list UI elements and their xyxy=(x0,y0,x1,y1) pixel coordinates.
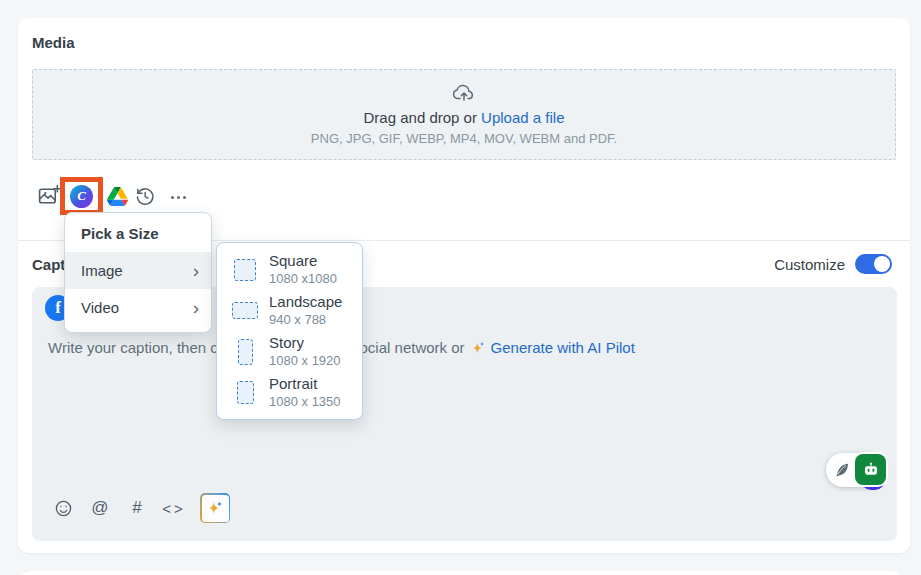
more-options-button[interactable] xyxy=(166,193,190,201)
generate-ai-pilot-link[interactable]: Generate with AI Pilot xyxy=(491,339,635,356)
robot-assistant-button[interactable] xyxy=(855,454,886,485)
size-option-landscape[interactable]: Landscape 940 x 788 xyxy=(217,290,362,331)
ai-sparkle-icon xyxy=(470,340,486,356)
media-section-title: Media xyxy=(32,34,75,51)
pick-size-menu: Pick a Size Image › Video › xyxy=(64,212,212,333)
size-option-portrait[interactable]: Portrait 1080 x 1350 xyxy=(217,372,362,413)
menu-item-video-label: Video xyxy=(81,299,119,316)
customize-label: Customize xyxy=(774,256,845,273)
composer-page: Media Drag and drop or Upload a file PNG… xyxy=(0,0,921,575)
ai-pilot-button-inner xyxy=(202,495,229,522)
menu-item-image-label: Image xyxy=(81,262,123,279)
pick-size-menu-title: Pick a Size xyxy=(65,213,211,252)
mention-button[interactable]: @ xyxy=(89,497,111,519)
size-option-dimensions: 1080 x 1350 xyxy=(269,394,341,410)
emoji-icon xyxy=(54,499,73,518)
supported-formats-label: PNG, JPG, GIF, WEBP, MP4, MOV, WEBM and … xyxy=(33,131,895,146)
google-drive-icon xyxy=(107,187,128,206)
add-image-icon xyxy=(37,183,62,208)
image-size-submenu: Square 1080 x1080 Landscape 940 x 788 St… xyxy=(216,242,363,420)
emoji-button[interactable] xyxy=(52,497,74,519)
writing-assistant-widget[interactable] xyxy=(826,453,884,487)
caption-toolbar: @ # <> xyxy=(52,493,230,523)
size-option-label: Portrait xyxy=(269,375,341,394)
robot-icon xyxy=(861,460,881,480)
chevron-right-icon: › xyxy=(193,261,199,280)
google-drive-button[interactable] xyxy=(106,185,128,207)
size-option-label: Square xyxy=(269,252,337,271)
upload-file-link[interactable]: Upload a file xyxy=(481,109,564,126)
portrait-shape-icon xyxy=(237,381,254,404)
size-option-dimensions: 940 x 788 xyxy=(269,312,342,328)
menu-item-image[interactable]: Image › xyxy=(65,252,211,289)
toggle-knob xyxy=(874,256,890,272)
ai-sparkle-icon xyxy=(206,499,224,517)
landscape-shape-icon xyxy=(232,302,258,319)
size-option-dimensions: 1080 x 1920 xyxy=(269,353,341,369)
square-shape-icon xyxy=(234,259,256,281)
customize-toggle[interactable] xyxy=(855,254,892,274)
story-shape-icon xyxy=(238,339,253,365)
chevron-right-icon: › xyxy=(193,298,199,317)
add-image-button[interactable] xyxy=(36,182,62,208)
customize-control: Customize xyxy=(774,254,892,274)
feather-icon xyxy=(833,461,851,483)
ellipsis-icon xyxy=(171,196,174,199)
canva-icon[interactable]: C xyxy=(70,185,93,208)
media-history-button[interactable] xyxy=(134,185,156,207)
drag-drop-label: Drag and drop or xyxy=(364,109,477,126)
canva-highlight-box: C xyxy=(60,177,103,215)
code-snippet-button[interactable]: <> xyxy=(163,497,185,519)
media-dropzone[interactable]: Drag and drop or Upload a file PNG, JPG,… xyxy=(32,69,896,160)
history-icon xyxy=(134,185,156,207)
size-option-square[interactable]: Square 1080 x1080 xyxy=(217,249,362,290)
next-section-card xyxy=(20,571,901,575)
size-option-dimensions: 1080 x1080 xyxy=(269,271,337,287)
ai-pilot-button[interactable] xyxy=(200,493,230,523)
size-option-label: Story xyxy=(269,334,341,353)
size-option-story[interactable]: Story 1080 x 1920 xyxy=(217,331,362,372)
size-option-label: Landscape xyxy=(269,293,342,312)
cloud-upload-icon xyxy=(33,83,895,107)
hashtag-button[interactable]: # xyxy=(126,497,148,519)
dropzone-text: Drag and drop or Upload a file xyxy=(33,109,895,126)
menu-item-video[interactable]: Video › xyxy=(65,289,211,326)
